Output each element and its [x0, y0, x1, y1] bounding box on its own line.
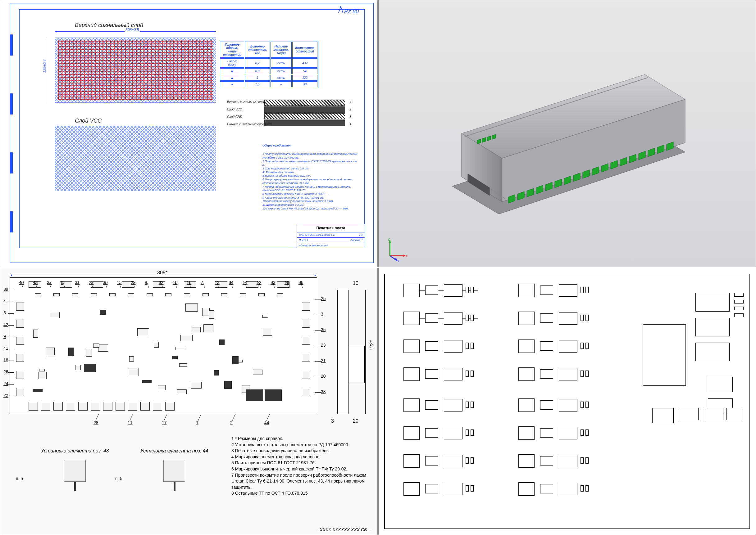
stack-num-2: 2: [349, 108, 351, 111]
hole-table-cell: есть: [271, 75, 292, 81]
schematic-ic: [643, 324, 686, 386]
hole-table-h3: Наличие металли-зации: [271, 42, 292, 58]
callout-2: 2: [230, 420, 233, 425]
stackup-cross-section: Верхний сигнальный слой Слой VCC Слой GN…: [264, 99, 345, 127]
callout-39: 39: [3, 287, 8, 292]
schematic-ic: [404, 340, 420, 353]
hole-table-cell: 54: [292, 68, 318, 74]
schematic-block: [444, 368, 463, 380]
component: [214, 370, 219, 376]
component: [93, 344, 99, 348]
component: [302, 337, 310, 345]
schematic-block: [425, 369, 438, 379]
leader-line: [315, 299, 321, 299]
schematic-block: [586, 430, 589, 436]
component: [147, 293, 153, 296]
component: [140, 402, 150, 410]
schematic-block: [586, 402, 589, 408]
panel-3d-render: x y z: [378, 0, 756, 267]
hole-table-h1: Условное обозна-чение отверстия: [220, 42, 244, 58]
callout-4: 4: [3, 298, 6, 303]
schematic-block: [727, 408, 742, 420]
component: [262, 315, 268, 318]
component: [100, 310, 106, 315]
component: [154, 342, 159, 348]
leader-line: [8, 337, 14, 337]
hole-table-cell: 1: [245, 75, 270, 81]
schematic-block: [695, 318, 730, 336]
schematic-block: [586, 458, 589, 464]
asm-dim-height-line: [365, 290, 366, 414]
component: [16, 354, 24, 362]
detail-44-symbol: [164, 460, 185, 482]
title-vcc-layer: Слой VCC: [75, 118, 102, 124]
schematic-block: [425, 341, 438, 351]
schematic-block: [586, 287, 589, 293]
panel-assembly-drawing: 305* 10 3 20 122* 4043376312730152983210…: [0, 268, 378, 535]
callout-5: 5: [3, 310, 6, 315]
callout-25: 25: [321, 296, 326, 301]
component: [128, 368, 139, 376]
component: [39, 372, 46, 379]
schematic-block: [586, 485, 589, 492]
title-block: Печатная плата СКБ-5-3-20.10.01.100.01 П…: [297, 224, 365, 248]
schematic-block: [444, 312, 463, 324]
assembly-notes: 1 * Размеры для справок. 2 Установка все…: [231, 436, 368, 496]
detail-44-note: п. 5: [115, 476, 122, 481]
callout-1: 1: [196, 420, 198, 425]
component: [86, 349, 92, 356]
component: [98, 344, 108, 352]
stack-num-4: 1: [349, 123, 351, 126]
schematic-block: [444, 399, 463, 411]
schematic-ic: [404, 426, 420, 440]
schematic-block: [586, 371, 589, 377]
frame-tab: [10, 35, 13, 56]
component: [265, 389, 282, 401]
hole-table-cell: ●: [220, 81, 244, 87]
detail-43-symbol: [64, 460, 86, 482]
callout-42: 42: [3, 322, 8, 327]
hole-table-cell: 432: [292, 58, 318, 68]
hole-table-cell: есть: [271, 58, 292, 68]
detail-43-note: п. 5: [16, 476, 23, 481]
callout-23: 23: [321, 343, 326, 348]
schematic-block: [540, 400, 553, 409]
side-dim-20: 20: [353, 418, 358, 424]
leader-line: [266, 414, 270, 420]
schematic-block: [470, 287, 474, 293]
schematic-block: [466, 287, 469, 293]
title-block-scale: 1:1: [359, 233, 363, 237]
dimension-width-value: 308±0,5: [125, 28, 140, 32]
leader-line: [164, 414, 167, 420]
component: [53, 293, 60, 296]
component: [165, 402, 174, 410]
svg-marker-30: [403, 254, 405, 257]
component: [203, 324, 213, 332]
component: [302, 320, 310, 328]
leader-line: [315, 361, 321, 361]
schematic-block: [559, 340, 577, 352]
leader-line: [315, 392, 321, 393]
leader-line: [130, 414, 133, 420]
hole-table: Условное обозна-чение отверстия Диаметр …: [219, 41, 318, 88]
schematic-block: [444, 455, 463, 467]
component: [29, 402, 38, 410]
component: [53, 402, 63, 410]
schematic-block: [540, 484, 553, 493]
component: [219, 340, 225, 345]
component: [240, 293, 246, 296]
schematic-block: [425, 286, 438, 295]
leader-line: [315, 377, 321, 377]
frame-tab: [10, 153, 13, 174]
schematic-block: [425, 428, 438, 437]
component: [302, 388, 310, 396]
callout-20: 20: [321, 374, 326, 379]
stack-label-3: Слой GND: [227, 115, 242, 119]
schematic-ic: [518, 340, 534, 353]
callout-26: 26: [3, 369, 8, 374]
component: [185, 303, 198, 312]
callout-35: 35: [321, 327, 326, 332]
component: [192, 327, 201, 332]
schematic-ic: [518, 367, 534, 381]
schematic-block: [680, 408, 699, 420]
